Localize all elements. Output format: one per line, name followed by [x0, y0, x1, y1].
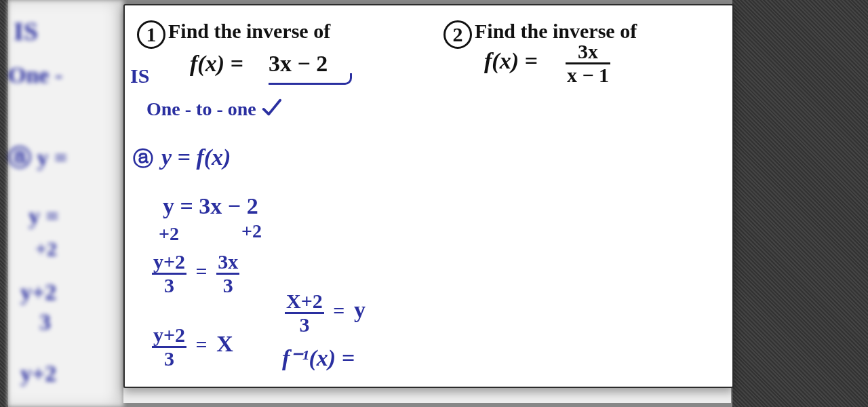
underbrace	[269, 73, 352, 85]
note-is: IS	[130, 65, 149, 87]
eq3: y+23 = X	[152, 324, 233, 369]
step-label-a: ⓐ	[133, 148, 153, 170]
back-text: One -	[8, 62, 62, 88]
film-bar-left	[0, 0, 8, 407]
eq2: y+23 = 3x3	[152, 251, 239, 296]
back-text: 3	[39, 309, 51, 335]
back-text: y+2	[20, 361, 56, 387]
board-bottom-strip	[123, 388, 731, 403]
check-icon	[261, 98, 281, 119]
eq4: X+23 = y	[285, 290, 366, 335]
plus2-right: +2	[241, 221, 262, 241]
eq-y-3x-2: y = 3x − 2	[163, 194, 258, 218]
problem2-func-rhs: 3xx − 1	[566, 41, 610, 85]
problem-number-2: 2	[443, 20, 472, 49]
back-text: y+2	[20, 279, 56, 305]
problem1-func-lhs: f(x) =	[190, 52, 243, 76]
step-a-eq: y = f(x)	[161, 145, 231, 170]
problem2-title: Find the inverse of	[475, 20, 637, 42]
back-text: +2	[35, 237, 57, 260]
note-one-to-one: One - to - one	[146, 98, 281, 119]
stage: IS One - ⓐ y = y = +2 y+2 3 y+2 1 Find t…	[0, 0, 868, 407]
film-bar-right	[732, 0, 868, 407]
back-text: y =	[28, 204, 59, 229]
problem1-func-rhs: 3x − 2	[269, 52, 328, 76]
back-text: IS	[14, 16, 38, 46]
f-inverse: f⁻¹(x) =	[282, 346, 355, 370]
whiteboard: 1 Find the inverse of f(x) = 3x − 2 IS O…	[123, 4, 734, 388]
problem2-func-lhs: f(x) =	[484, 49, 538, 73]
problem1-title: Find the inverse of	[168, 20, 330, 42]
problem-number-1: 1	[137, 20, 165, 49]
back-text: ⓐ y =	[8, 142, 67, 174]
plus2-left: +2	[159, 224, 179, 244]
blurred-underlayer: IS One - ⓐ y = y = +2 y+2 3 y+2	[8, 0, 123, 407]
